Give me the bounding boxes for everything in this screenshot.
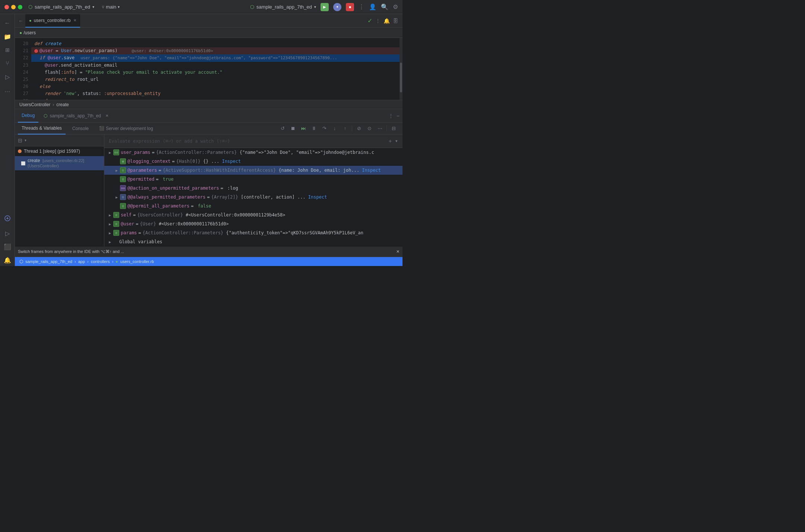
debug-tab-bar: Debug ⬡ sample_rails_app_7th_ed ✕ ⋮ − <box>15 109 402 123</box>
var-expand-parameters[interactable]: ▶ <box>114 168 119 173</box>
sidebar-terminal-icon[interactable]: ⬛ <box>1 241 13 253</box>
var-expand-global[interactable]: ▶ <box>107 239 113 244</box>
var-inspect-always-permitted[interactable]: Inspect <box>306 194 327 200</box>
breadcrumb-path[interactable]: /users <box>23 30 36 35</box>
tab-action-check-icon[interactable]: ✓ <box>367 17 372 24</box>
close-button[interactable] <box>4 5 9 9</box>
subtab-bar: Threads & Variables Console ⬛ Server dev… <box>15 123 402 134</box>
var-item-action-on-unpermitted[interactable]: oo @@action_on_unpermitted_parameters = … <box>104 184 402 193</box>
status-controllers: controllers <box>91 259 110 264</box>
debug-stop-icon[interactable]: ⏹ <box>288 124 297 133</box>
run-config[interactable]: ⬡ sample_rails_app_7th_ed ▾ <box>250 4 316 10</box>
sidebar-search-icon[interactable]: ⊞ <box>1 44 13 56</box>
var-item-params[interactable]: ▶ ≡ params = {ActionController::Paramete… <box>104 228 402 237</box>
sidebar-notifications-icon[interactable]: 🔔 <box>1 254 13 266</box>
var-item-global[interactable]: ▶ Global variables <box>104 237 402 246</box>
debug-tab-debug[interactable]: Debug <box>18 109 38 123</box>
tab-action-bell-icon[interactable]: 🔔 <box>383 18 390 24</box>
code-line-22: if @user .save user_params: {"name"=>"Jo… <box>31 54 402 61</box>
eval-dropdown-icon[interactable]: ▾ <box>395 138 398 145</box>
var-item-user-params[interactable]: ▶ oo user_params = {ActionController::Pa… <box>104 148 402 157</box>
tab-action-more-icon[interactable]: ⋮ <box>375 18 381 24</box>
debug-resume-icon[interactable]: ⏭ <box>299 124 308 133</box>
debug-tab-close-icon[interactable]: ✕ <box>105 114 108 118</box>
debug-pause-icon[interactable]: ⏸ <box>309 124 318 133</box>
branch-dropdown-icon[interactable]: ▾ <box>118 5 120 9</box>
var-expand-self[interactable]: ▶ <box>107 212 113 218</box>
debug-more-icon[interactable]: ⋮ <box>388 113 394 119</box>
stop-button[interactable]: ■ <box>346 3 354 11</box>
subtab-threads[interactable]: Threads & Variables <box>18 123 66 134</box>
maximize-button[interactable] <box>18 5 22 9</box>
project-dropdown-icon[interactable]: ▾ <box>92 5 94 9</box>
tab-bar: ← ● users_controller.rb ✕ ✓ ⋮ 🔔 🗄 <box>15 14 402 28</box>
debug-step-out-icon[interactable]: ↑ <box>341 124 350 133</box>
sidebar-debug-icon[interactable] <box>1 212 13 224</box>
status-app: app <box>78 259 85 264</box>
minimize-button[interactable] <box>11 5 16 9</box>
var-expand-user[interactable]: ▶ <box>107 221 113 227</box>
run-config-dropdown-icon[interactable]: ▾ <box>314 5 316 9</box>
eval-add-icon[interactable]: ＋ <box>388 138 393 145</box>
var-expand-logging-context[interactable] <box>114 159 119 164</box>
var-inspect-parameters[interactable]: Inspect <box>359 168 381 173</box>
scrollbar-thumb[interactable] <box>400 63 402 92</box>
code-editor: 20 21 22 23 24 25 26 27 28 29 def create <box>15 38 402 100</box>
var-item-permitted[interactable]: ≡ @permitted = true <box>104 175 402 184</box>
var-type-icon-action-unpermitted: oo <box>120 185 126 191</box>
eval-bar: Evaluate expression (⌘⏎) or add a watch … <box>104 134 402 148</box>
debug-extra-icon[interactable]: ⋯ <box>375 124 384 133</box>
tab-back-button[interactable]: ← <box>16 16 25 25</box>
var-expand-user-params[interactable]: ▶ <box>107 150 113 155</box>
var-expand-params[interactable]: ▶ <box>107 230 113 235</box>
copilot-button[interactable]: ✦ <box>333 3 341 11</box>
debug-minimize-icon[interactable]: − <box>397 113 400 119</box>
debug-clear-icon[interactable]: ⊙ <box>365 124 374 133</box>
debug-mute-icon[interactable]: ⊘ <box>354 124 363 133</box>
tab-action-db-icon[interactable]: 🗄 <box>393 18 398 24</box>
var-item-parameters[interactable]: ▶ ≡ @parameters = {ActiveSupport::HashWi… <box>104 166 402 175</box>
debug-step-into-icon[interactable]: ↓ <box>330 124 339 133</box>
tab-users-controller[interactable]: ● users_controller.rb ✕ <box>25 14 80 28</box>
debug-tab-session[interactable]: ⬡ sample_rails_app_7th_ed ✕ <box>40 109 112 123</box>
debug-step-over-icon[interactable]: ↷ <box>320 124 329 133</box>
debug-panel: Debug ⬡ sample_rails_app_7th_ed ✕ ⋮ − <box>15 109 402 247</box>
sidebar-run2-icon[interactable]: ▷ <box>1 227 13 239</box>
thread-item[interactable]: Thread 1 [sleep] (pid 15997) <box>15 146 104 156</box>
var-item-user[interactable]: ▶ ≡ @user = {User} #<User:0x00000001176b… <box>104 219 402 228</box>
var-inspect-logging[interactable]: Inspect <box>219 159 241 164</box>
tab-close-button[interactable]: ✕ <box>73 18 76 22</box>
toolbar-sep-1 <box>352 126 352 132</box>
profile-icon[interactable]: 👤 <box>369 3 376 10</box>
sidebar-back-icon[interactable]: ← <box>1 17 13 29</box>
breadcrumb-icon: ● <box>19 30 22 35</box>
debug-layout-icon[interactable]: ⊟ <box>389 124 398 133</box>
sidebar-more-icon[interactable]: … <box>1 84 13 96</box>
var-item-always-permitted[interactable]: ▶ ≡ @@always_permitted_parameters = {Arr… <box>104 193 402 202</box>
subtab-server-log[interactable]: ⬛ Server development log <box>95 123 157 134</box>
frame-name: create <box>28 158 41 163</box>
sidebar-git-icon[interactable]: ⑂ <box>1 57 13 69</box>
search-icon[interactable]: 🔍 <box>381 3 388 10</box>
subtab-console[interactable]: Console <box>69 123 92 134</box>
code-breadcrumb-class: UsersController <box>19 102 50 107</box>
notice-bar: Switch frames from anywhere in the IDE w… <box>15 247 402 257</box>
var-expand-always-permitted[interactable]: ▶ <box>114 194 119 200</box>
sidebar-files-icon[interactable]: 📁 <box>1 31 13 42</box>
filter-icon[interactable]: ⊟ <box>18 137 22 143</box>
frames-dropdown-icon[interactable]: ▾ <box>25 138 26 142</box>
sidebar-run-icon[interactable]: ▷ <box>1 71 13 83</box>
run-button[interactable]: ▶ <box>321 3 329 11</box>
notice-close-button[interactable]: ✕ <box>396 249 400 254</box>
var-item-logging-context[interactable]: ▣ @logging_context = {Hash[0]} {} ... In… <box>104 157 402 166</box>
more-options-icon[interactable]: ⋮ <box>359 3 364 10</box>
settings-icon[interactable]: ⚙ <box>393 3 398 10</box>
var-item-permit-all[interactable]: ≡ @@permit_all_parameters = false <box>104 202 402 210</box>
frame-item-create[interactable]: ⬜ create [users_controller.rb:22] (Users… <box>15 156 104 170</box>
var-type-icon-permit-all: ≡ <box>120 203 126 209</box>
branch-selector[interactable]: ⑂ main ▾ <box>102 4 120 10</box>
var-item-self[interactable]: ▶ ≡ self = {UsersController} #<UsersCont… <box>104 210 402 219</box>
debug-restart-icon[interactable]: ↺ <box>278 124 287 133</box>
project-name[interactable]: ⬡ sample_rails_app_7th_ed ▾ <box>28 4 94 10</box>
scrollbar-vertical[interactable] <box>400 38 402 100</box>
